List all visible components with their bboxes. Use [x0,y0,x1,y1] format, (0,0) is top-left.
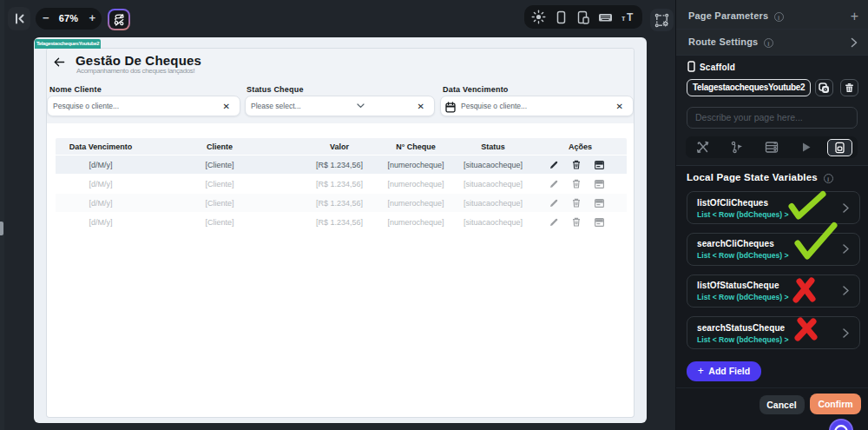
svg-text:т: т [621,14,626,23]
svg-text:T: T [627,11,634,23]
